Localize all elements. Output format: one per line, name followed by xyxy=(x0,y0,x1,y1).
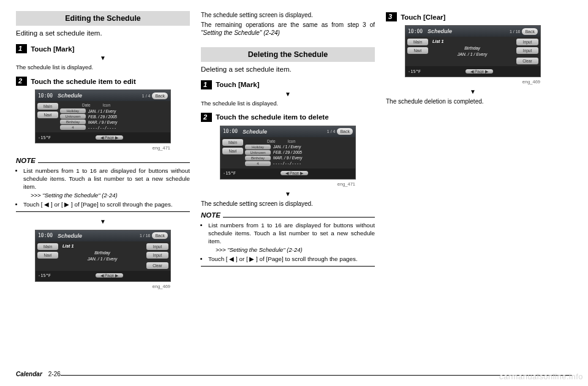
list-item: HolidayJAN. / 1 / Every xyxy=(245,145,353,149)
body-text: The schedule setting screen is displayed… xyxy=(201,11,375,20)
list-item: BirthdayMAR. / 9 / Every xyxy=(245,156,353,161)
step-number: 1 xyxy=(16,44,27,53)
page-scroll-button[interactable]: ◀ Page ▶ xyxy=(96,135,123,140)
body-text: The remaining operations are the same as… xyxy=(201,21,375,37)
down-triangle-icon: ▼ xyxy=(16,218,190,225)
step-number: 1 xyxy=(201,80,212,89)
col-header-date: Date xyxy=(82,103,91,107)
note-item: Touch [ ◀ ] or [ ▶ ] of [Page] to scroll… xyxy=(23,200,190,208)
cross-reference: >>> "Setting the Schedule" (2-24) xyxy=(208,246,303,253)
screenshot-schedule-list: 10:00 Schedule 1 / 4 Back Main Navi Date… xyxy=(220,126,356,180)
step-number: 2 xyxy=(201,113,212,122)
column-1: Editing the Schedule Editing a set sched… xyxy=(16,11,190,293)
down-triangle-icon: ▼ xyxy=(386,88,560,95)
step-2: 2 Touch the schedule item to edit xyxy=(16,77,190,86)
clear-button[interactable]: Clear xyxy=(146,262,168,269)
clear-button[interactable]: Clear xyxy=(516,58,538,64)
page-footer: Calendar 2-26 xyxy=(16,371,572,377)
step-number: 3 xyxy=(386,12,397,21)
down-triangle-icon: ▼ xyxy=(201,91,375,97)
section-title-deleting: Deleting the Schedule xyxy=(201,47,375,62)
cross-reference: >>> "Setting the Schedule" (2-24) xyxy=(23,192,118,199)
body-text: The schedule deletion is completed. xyxy=(386,97,560,106)
side-navi-button[interactable]: Navi xyxy=(407,47,428,54)
step-1: 1 Touch [Mark] xyxy=(201,80,375,89)
figure-caption: eng_471 xyxy=(16,145,190,151)
list-label: List 1 xyxy=(62,244,142,248)
screen-title: Schedule xyxy=(238,129,327,135)
down-triangle-icon: ▼ xyxy=(201,191,375,197)
intro-text: Deleting a set schedule item. xyxy=(201,66,375,73)
input-button[interactable]: Input xyxy=(146,243,168,250)
clock-label: 10:00 xyxy=(38,233,53,238)
note-item: List numbers from 1 to 16 are displayed … xyxy=(208,221,375,254)
col-header-date: Date xyxy=(267,139,276,143)
page-indicator: 1 / 4 xyxy=(327,129,336,134)
side-navi-button[interactable]: Navi xyxy=(37,252,58,259)
note-heading: NOTE xyxy=(201,211,221,219)
screenshot-schedule-edit: 10:00 Schedule 1 / 16 Back Main Navi Lis… xyxy=(35,230,171,282)
step-result: The schedule list is displayed. xyxy=(16,64,190,70)
section-title-editing: Editing the Schedule xyxy=(16,11,190,26)
screen-title: Schedule xyxy=(53,93,142,99)
side-navi-button[interactable]: Navi xyxy=(222,148,243,154)
col-header-icon: Icon xyxy=(288,139,295,143)
screen-title: Schedule xyxy=(53,233,140,239)
side-main-button[interactable]: Main xyxy=(37,243,58,250)
step-label: Touch the schedule item to delete xyxy=(216,113,328,121)
side-main-button[interactable]: Main xyxy=(407,39,428,45)
step-2: 2 Touch the schedule item to delete xyxy=(201,113,375,122)
input-button[interactable]: Input xyxy=(146,252,168,259)
side-navi-button[interactable]: Navi xyxy=(37,112,58,118)
list-label: List 1 xyxy=(432,39,512,44)
back-button[interactable]: Back xyxy=(337,128,353,135)
watermark: carmanualsonline.info xyxy=(499,372,583,381)
list-item: UnknownFEB. / 29 / 2005 xyxy=(245,150,353,155)
step-label: Touch the schedule item to edit xyxy=(31,78,136,85)
screenshot-schedule-edit: 10:00 Schedule 1 / 16 Back Main Navi Lis… xyxy=(405,25,541,77)
figure-caption: eng_469 xyxy=(386,79,560,85)
list-item: UnknownFEB. / 29 / 2005 xyxy=(60,114,168,119)
column-2: The schedule setting screen is displayed… xyxy=(201,11,375,293)
down-triangle-icon: ▼ xyxy=(16,55,190,61)
column-3: 3 Touch [Clear] 10:00 Schedule 1 / 16 Ba… xyxy=(386,11,560,293)
intro-text: Editing a set schedule item. xyxy=(16,29,190,37)
step-result: The schedule list is displayed. xyxy=(201,100,375,107)
input-button[interactable]: Input xyxy=(516,39,538,45)
body-text: The schedule setting screen is displayed… xyxy=(201,200,375,208)
step-label: Touch [Mark] xyxy=(216,81,259,88)
page-scroll-button[interactable]: ◀ Page ▶ xyxy=(466,69,493,74)
page-scroll-button[interactable]: ◀ Page ▶ xyxy=(281,171,308,175)
step-1: 1 Touch [Mark] xyxy=(16,44,190,53)
page-scroll-button[interactable]: ◀ Page ▶ xyxy=(96,273,123,278)
clock-label: 10:00 xyxy=(38,93,53,99)
back-button[interactable]: Back xyxy=(152,93,168,99)
side-main-button[interactable]: Main xyxy=(37,103,58,110)
list-item: 4- - - - / - - / - - - - xyxy=(60,125,168,130)
back-button[interactable]: Back xyxy=(522,28,538,35)
clock-label: 10:00 xyxy=(408,29,423,34)
list-item: 4- - - - / - - / - - - - xyxy=(245,161,353,166)
list-item: HolidayJAN. / 1 / Every xyxy=(60,108,168,113)
side-main-button[interactable]: Main xyxy=(222,139,243,146)
step-label: Touch [Clear] xyxy=(401,13,445,21)
input-button[interactable]: Input xyxy=(516,47,538,54)
cross-reference: "Setting the Schedule" (2-24) xyxy=(201,29,280,36)
back-button[interactable]: Back xyxy=(152,232,168,239)
temperature-label: -15°F xyxy=(223,171,236,176)
step-label: Touch [Mark] xyxy=(31,45,74,53)
clock-label: 10:00 xyxy=(223,129,238,134)
step-number: 2 xyxy=(16,77,27,86)
temperature-label: -15°F xyxy=(38,135,51,140)
screen-title: Schedule xyxy=(423,28,510,34)
note-item: Touch [ ◀ ] or [ ▶ ] of [Page] to scroll… xyxy=(208,255,375,263)
page-indicator: 1 / 16 xyxy=(140,233,151,238)
footer-section: Calendar xyxy=(16,371,42,377)
note-heading: NOTE xyxy=(16,157,36,164)
temperature-label: -15°F xyxy=(408,69,421,74)
col-header-icon: Icon xyxy=(103,103,110,107)
screenshot-schedule-list: 10:00 Schedule 1 / 4 Back Main Navi Date… xyxy=(35,89,171,143)
page-indicator: 1 / 4 xyxy=(142,94,151,98)
list-item: BirthdayMAR. / 9 / Every xyxy=(60,119,168,124)
step-3: 3 Touch [Clear] xyxy=(386,12,560,21)
